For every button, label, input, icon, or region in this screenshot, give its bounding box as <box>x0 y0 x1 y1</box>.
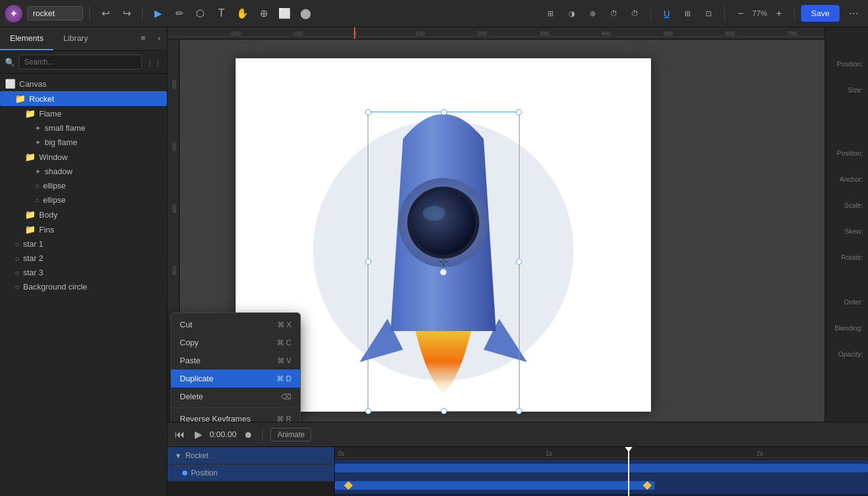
ctx-copy[interactable]: Copy ⌘ C <box>171 334 300 352</box>
tree-item-star3[interactable]: ○ star 3 <box>0 265 167 280</box>
undo-button[interactable]: ↩ <box>96 4 115 23</box>
prop-order-label: Order: <box>844 296 863 308</box>
hand-tool-button[interactable]: ✋ <box>233 4 252 23</box>
main-layout: Elements Library ≡ ‹ 🔍 ⋮⋮ ⬜ Canvas 📁 Roc… <box>0 27 868 496</box>
shape-tool-button[interactable]: ⬡ <box>191 4 210 23</box>
tree-item-ellipse1[interactable]: ○ ellipse <box>0 179 167 193</box>
animate-button[interactable]: Animate <box>270 428 311 441</box>
tree-item-star1-label: star 1 <box>23 239 43 249</box>
save-button[interactable]: Save <box>801 5 839 22</box>
tree-item-star1[interactable]: ○ star 1 <box>0 237 167 251</box>
rocket-dropdown-arrow[interactable]: ▼ <box>175 452 182 459</box>
tree-item-shadow[interactable]: ✦ shadow <box>0 164 167 179</box>
tl-separator <box>262 428 263 441</box>
pen-tool-button[interactable]: ✏ <box>170 4 188 23</box>
tree-item-flame[interactable]: 📁 Flame <box>0 106 167 121</box>
ctx-delete[interactable]: Delete ⌫ <box>171 388 300 405</box>
tree-item-ellipse2-label: ellipse <box>43 195 66 205</box>
tree-item-window[interactable]: 📁 Window <box>0 149 167 164</box>
timeline-record-button[interactable]: ⏺ <box>241 427 255 442</box>
zoom-level: 77% <box>752 9 767 18</box>
tab-elements[interactable]: Elements <box>0 27 53 50</box>
project-name-input[interactable] <box>27 6 83 20</box>
canvas-icon: ⬜ <box>5 79 16 89</box>
folder-flame-icon: 📁 <box>25 108 35 118</box>
svg-text:200: 200 <box>477 30 487 37</box>
position-track-label: Position <box>191 469 218 477</box>
timeline-ruler: 0s 1s 2s 3s <box>335 447 868 459</box>
tree-item-star3-label: star 3 <box>23 268 43 277</box>
canvas-container[interactable]: 200 300 400 500 600 700 <box>167 40 825 422</box>
move-tool-button[interactable]: ⊕ <box>254 4 273 23</box>
ctx-duplicate-label: Duplicate <box>180 374 213 383</box>
folder-window-icon: 📁 <box>25 152 35 162</box>
tree-item-bg-circle[interactable]: ○ Background circle <box>0 280 167 294</box>
tree-item-small-flame[interactable]: ✦ small flame <box>0 121 167 135</box>
svg-point-24 <box>440 269 446 275</box>
export-button[interactable]: ⊕ <box>583 4 602 23</box>
zoom-out-button[interactable]: − <box>731 4 750 23</box>
tab-library[interactable]: Library <box>53 27 98 50</box>
redo-button[interactable]: ↪ <box>117 4 136 23</box>
ctx-reverse-keyframes[interactable]: Reverse Keyframes ⌘ R <box>171 410 300 422</box>
panel-collapse-button[interactable]: ‹ <box>152 27 167 50</box>
svg-text:200: 200 <box>171 80 177 89</box>
position-track-bar <box>335 481 655 490</box>
tree-item-star2[interactable]: ○ star 2 <box>0 251 167 265</box>
panel-tab-spacer <box>98 27 135 50</box>
panel-list-view-button[interactable]: ≡ <box>135 27 152 50</box>
tree-item-big-flame[interactable]: ✦ big flame <box>0 135 167 149</box>
ctx-cut-shortcut: ⌘ X <box>277 321 291 329</box>
list-options-icon[interactable]: ⋮⋮ <box>146 58 162 67</box>
tree-item-rocket[interactable]: 📁 Rocket <box>0 91 167 106</box>
track-label-position[interactable]: Position <box>167 464 334 482</box>
select-tool-button[interactable]: ▶ <box>149 4 167 23</box>
search-bar: 🔍 ⋮⋮ <box>0 51 167 74</box>
ctx-separator <box>171 407 300 408</box>
tree-item-body[interactable]: 📁 Body <box>0 207 167 222</box>
svg-text:-200: -200 <box>229 30 241 37</box>
toolbar-separator-4 <box>724 6 725 21</box>
canvas-area[interactable]: -200 -100 0 100 200 300 400 500 600 700 … <box>167 27 825 422</box>
svg-text:1s: 1s <box>546 450 552 457</box>
text-tool-button[interactable]: T <box>212 4 231 23</box>
center-area: -200 -100 0 100 200 300 400 500 600 700 … <box>167 27 868 496</box>
time-button[interactable]: ⏱ <box>604 4 623 23</box>
playhead[interactable] <box>628 447 629 496</box>
prop-size-label: Size: <box>848 84 863 95</box>
zoom-in-button[interactable]: + <box>769 4 788 23</box>
ctx-cut[interactable]: Cut ⌘ X <box>171 316 300 334</box>
animation-button[interactable]: ◑ <box>562 4 581 23</box>
tree-item-canvas[interactable]: ⬜ Canvas <box>0 76 167 91</box>
timecode-display: 0:00.00 <box>210 430 236 439</box>
underline-button[interactable]: U <box>657 4 676 23</box>
timeline-play-button[interactable]: ▶ <box>192 426 205 443</box>
timeline: ⏮ ▶ 0:00.00 ⏺ Animate ▼ Rocket <box>167 422 868 496</box>
track-label-position-text: Position <box>167 469 335 477</box>
ctx-delete-shortcut: ⌫ <box>281 392 291 401</box>
track-label-rocket[interactable]: ▼ Rocket <box>167 447 334 464</box>
frame-tool-button[interactable]: ⬜ <box>275 4 294 23</box>
crop-button[interactable]: ⊡ <box>699 4 718 23</box>
ctx-copy-shortcut: ⌘ C <box>277 339 291 347</box>
ctx-paste[interactable]: Paste ⌘ V <box>171 352 300 370</box>
settings-button-2[interactable]: ⏱ <box>626 4 644 23</box>
search-input[interactable] <box>19 55 142 69</box>
svg-text:400: 400 <box>601 30 611 37</box>
tree-item-ellipse2[interactable]: ○ ellipse <box>0 193 167 207</box>
svg-text:400: 400 <box>171 204 177 213</box>
ctx-duplicate[interactable]: Duplicate ⌘ D <box>171 370 300 388</box>
tree-item-fins[interactable]: 📁 Fins <box>0 222 167 237</box>
star-big-flame-icon: ✦ <box>35 138 41 147</box>
grid-button[interactable]: ⊞ <box>678 4 697 23</box>
preview-button[interactable]: ⊞ <box>541 4 560 23</box>
playhead-head <box>625 447 632 452</box>
more-options-button[interactable]: ⋯ <box>844 4 863 23</box>
star-small-flame-icon: ✦ <box>35 124 41 133</box>
ctx-paste-label: Paste <box>180 356 200 365</box>
tree-item-window-label: Window <box>39 153 68 162</box>
mask-tool-button[interactable]: ⬤ <box>296 4 315 23</box>
timeline-skip-start-button[interactable]: ⏮ <box>172 427 187 443</box>
top-toolbar: ✦ ↩ ↪ ▶ ✏ ⬡ T ✋ ⊕ ⬜ ⬤ ⊞ ◑ ⊕ ⏱ ⏱ U ⊞ ⊡ − … <box>0 0 868 27</box>
circle-ellipse1-icon: ○ <box>35 182 39 190</box>
